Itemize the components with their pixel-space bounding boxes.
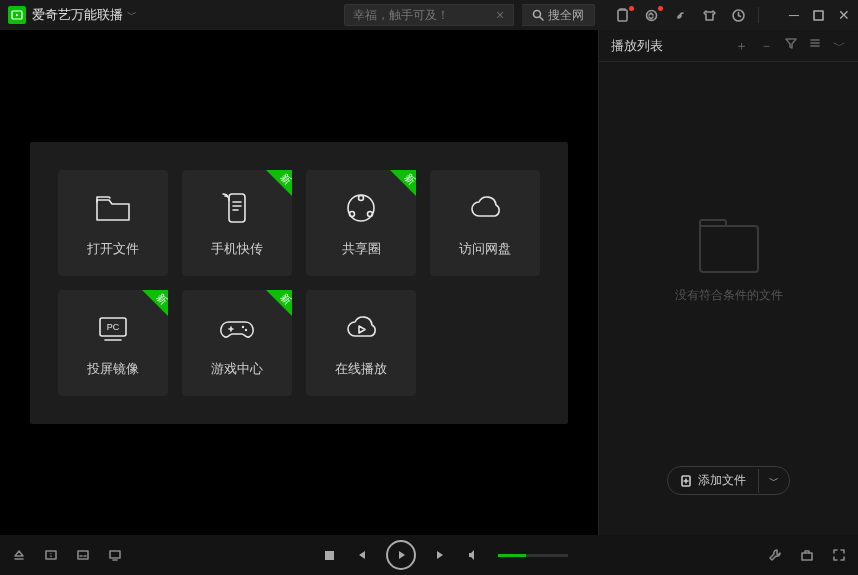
transfer-icon[interactable]: [644, 8, 659, 23]
search-button[interactable]: 搜全网: [522, 4, 595, 26]
empty-message: 没有符合条件的文件: [675, 287, 783, 304]
svg-rect-18: [78, 551, 88, 559]
playlist-sidebar: 播放列表 ＋ － ﹀ 没有符合条件的文件 添加文件: [598, 30, 858, 535]
search-bar: × 搜全网: [344, 4, 595, 26]
window-controls: ─ ✕: [789, 7, 850, 23]
new-badge: 新: [142, 290, 168, 316]
empty-folder-icon: [699, 225, 759, 273]
card-label: 手机快传: [211, 240, 263, 258]
maximize-button[interactable]: [813, 10, 824, 21]
svg-point-8: [359, 195, 364, 200]
svg-point-10: [368, 211, 373, 216]
svg-rect-20: [325, 551, 334, 560]
svg-rect-19: [110, 551, 120, 558]
volume-slider[interactable]: [498, 554, 568, 557]
sidebar-header: 播放列表 ＋ － ﹀: [599, 30, 858, 62]
shirt-icon[interactable]: [702, 8, 717, 23]
new-badge: 新: [266, 290, 292, 316]
add-file-dropdown[interactable]: ﹀: [758, 469, 789, 493]
card-label: 在线播放: [335, 360, 387, 378]
divider: [758, 7, 759, 23]
svg-point-14: [245, 328, 247, 330]
volume-icon[interactable]: [466, 548, 480, 562]
notification-dot: [629, 6, 634, 11]
app-logo: [8, 6, 26, 24]
add-file-button[interactable]: 添加文件 ﹀: [667, 466, 790, 495]
card-game-center[interactable]: 新 游戏中心: [182, 290, 292, 396]
card-label: 投屏镜像: [87, 360, 139, 378]
app-title: 爱奇艺万能联播: [32, 6, 123, 24]
search-input[interactable]: [344, 4, 514, 26]
title-bar: 爱奇艺万能联播 ﹀ × 搜全网: [0, 0, 858, 30]
card-share-circle[interactable]: 新 共享圈: [306, 170, 416, 276]
svg-rect-21: [802, 553, 812, 560]
svg-point-9: [350, 211, 355, 216]
list-icon[interactable]: [809, 37, 821, 55]
card-online-play[interactable]: 在线播放: [306, 290, 416, 396]
close-button[interactable]: ✕: [838, 7, 850, 23]
stop-button[interactable]: [323, 549, 336, 562]
new-badge: 新: [390, 170, 416, 196]
svg-text:PC: PC: [107, 322, 120, 332]
search-clear-icon[interactable]: ×: [496, 7, 504, 23]
next-button[interactable]: [434, 548, 448, 562]
new-badge: 新: [266, 170, 292, 196]
play-button[interactable]: [386, 540, 416, 570]
briefcase-icon[interactable]: [800, 548, 814, 562]
add-file-label: 添加文件: [698, 472, 746, 489]
card-label: 共享圈: [342, 240, 381, 258]
svg-rect-2: [618, 10, 627, 21]
remove-icon[interactable]: －: [760, 37, 773, 55]
filter-icon[interactable]: [785, 37, 797, 55]
subtitle-icon[interactable]: [76, 548, 90, 562]
sidebar-title: 播放列表: [611, 37, 663, 55]
card-label: 访问网盘: [459, 240, 511, 258]
link-icon[interactable]: [673, 8, 688, 23]
eject-icon[interactable]: [12, 548, 26, 562]
notification-dot: [658, 6, 663, 11]
svg-rect-5: [814, 11, 823, 20]
previous-button[interactable]: [354, 548, 368, 562]
ratio-icon[interactable]: 1: [44, 548, 58, 562]
card-cast-mirror[interactable]: 新 PC 投屏镜像: [58, 290, 168, 396]
svg-rect-6: [229, 194, 245, 222]
svg-text:1: 1: [50, 552, 53, 558]
search-button-label: 搜全网: [548, 7, 584, 24]
card-phone-transfer[interactable]: 新 手机快传: [182, 170, 292, 276]
tool-icon[interactable]: [768, 548, 782, 562]
minimize-button[interactable]: ─: [789, 7, 799, 23]
sidebar-empty-state: 没有符合条件的文件: [599, 62, 858, 466]
svg-point-13: [242, 325, 244, 327]
history-icon[interactable]: [731, 8, 746, 23]
title-chevron-down-icon[interactable]: ﹀: [127, 8, 137, 22]
card-open-file[interactable]: 打开文件: [58, 170, 168, 276]
display-icon[interactable]: [108, 548, 122, 562]
top-icon-bar: [615, 8, 746, 23]
launch-panel: 打开文件 新 手机快传 新 共享圈: [30, 142, 568, 424]
add-icon[interactable]: ＋: [735, 37, 748, 55]
card-label: 游戏中心: [211, 360, 263, 378]
main-stage: 打开文件 新 手机快传 新 共享圈: [0, 30, 598, 535]
clipboard-icon[interactable]: [615, 8, 630, 23]
fullscreen-icon[interactable]: [832, 548, 846, 562]
card-label: 打开文件: [87, 240, 139, 258]
chevron-down-icon[interactable]: ﹀: [833, 37, 846, 55]
card-cloud-drive[interactable]: 访问网盘: [430, 170, 540, 276]
player-bar: 1: [0, 535, 858, 575]
